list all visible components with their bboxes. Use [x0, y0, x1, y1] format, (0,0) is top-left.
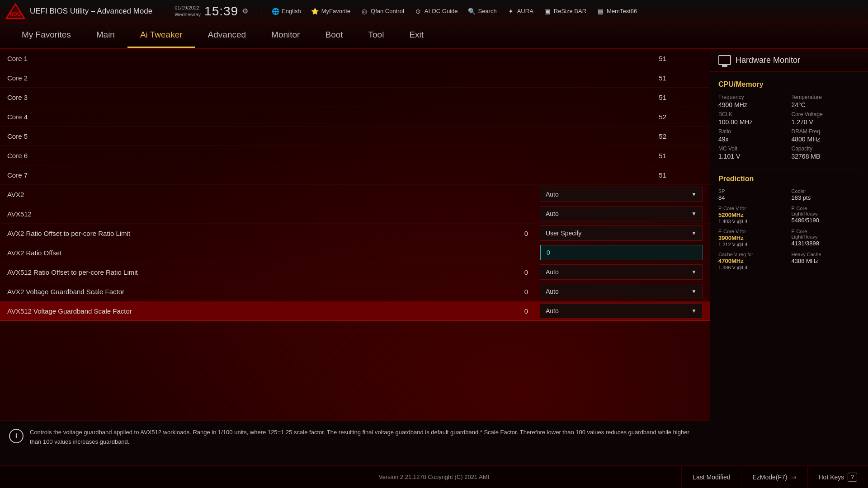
bottom-actions: Last Modified EzMode(F7) ⇒ Hot Keys ?: [681, 466, 868, 488]
sp-value: 84: [718, 194, 787, 201]
table-row: AVX512 Ratio Offset to per-core Ratio Li…: [0, 263, 710, 282]
topbar-memtest[interactable]: ▤ MemTest86: [593, 5, 641, 17]
ecore-v-value: 1.212 V @L4: [718, 242, 787, 247]
bottom-bar: Version 2.21.1278 Copyright (C) 2021 AMI…: [0, 465, 868, 488]
avx2-ratio-offset-input[interactable]: 0: [540, 245, 703, 260]
avx512-ratio-per-control: Auto ▼: [540, 264, 703, 280]
bclk-metric: BCLK 100.00 MHz: [718, 111, 787, 126]
avx2-dropdown[interactable]: Auto ▼: [540, 187, 703, 202]
row-label: Core 1: [7, 55, 659, 62]
row-num-value: 0: [513, 268, 540, 276]
sidebar-header: Hardware Monitor: [710, 49, 868, 72]
topbar-resizebar[interactable]: ▣ ReSize BAR: [540, 5, 590, 17]
cache-v-label: Cache V req for: [718, 252, 787, 257]
bios-title: UEFI BIOS Utility – Advanced Mode: [30, 7, 152, 16]
topbar-myfavorite[interactable]: ⭐ MyFavorite: [307, 5, 354, 17]
row-num-value: 0: [513, 307, 540, 315]
avx2-control: Auto ▼: [540, 187, 703, 202]
avx2-ratio-per-dropdown[interactable]: User Specify ▼: [540, 225, 703, 241]
row-label: Core 3: [7, 94, 659, 101]
date-text: 01/19/2022Wednesday: [175, 5, 201, 18]
avx2-volt-guard-control: Auto ▼: [540, 284, 703, 299]
nav-favorites[interactable]: My Favorites: [9, 23, 84, 48]
core-value: 51: [659, 171, 703, 179]
dram-freq-value: 4800 MHz: [792, 136, 860, 143]
last-modified-action[interactable]: Last Modified: [681, 466, 741, 488]
avx2-ratio-per-control: User Specify ▼: [540, 225, 703, 241]
avx512-dropdown[interactable]: Auto ▼: [540, 206, 703, 221]
cache-v-cell: Cache V req for 4700MHz 1.386 V @L4: [718, 252, 787, 270]
nav-monitor[interactable]: Monitor: [259, 23, 312, 48]
row-num-value: 0: [513, 230, 540, 237]
avx2-dropdown-value: Auto: [546, 191, 559, 198]
main-content: Core 1 51 Core 2 51 Core 3 51 Core 4 52 …: [0, 49, 868, 465]
settings-gear-icon[interactable]: ⚙: [242, 7, 248, 15]
avx2-volt-guard-dropdown[interactable]: Auto ▼: [540, 284, 703, 299]
prediction-cache: Cache V req for 4700MHz 1.386 V @L4 Heav…: [718, 252, 860, 270]
topbar-english[interactable]: 🌐 English: [268, 5, 305, 17]
resizebar-icon: ▣: [543, 7, 552, 15]
topbar-aioc[interactable]: ⊙ AI OC Guide: [410, 5, 462, 17]
topbar-items: 🌐 English ⭐ MyFavorite ◎ Qfan Control ⊙ …: [268, 5, 863, 17]
table-row: AVX512 Auto ▼: [0, 204, 710, 224]
avx512-dropdown-value: Auto: [546, 210, 559, 217]
ecore-v-freq: 3900MHz: [718, 235, 787, 241]
topbar-qfan[interactable]: ◎ Qfan Control: [357, 5, 408, 17]
prediction-ecore: E-Core V for 3900MHz 1.212 V @L4 E-CoreL…: [718, 229, 860, 247]
chevron-down-icon: ▼: [691, 269, 697, 275]
ratio-metric: Ratio 49x: [718, 128, 787, 143]
star-icon: ⭐: [311, 7, 319, 15]
ezmode-action[interactable]: EzMode(F7) ⇒: [741, 466, 807, 488]
table-row: Core 4 52: [0, 107, 710, 127]
pcore-v-label: P-Core V for: [718, 206, 787, 211]
capacity-metric: Capacity 32768 MB: [792, 145, 860, 160]
chevron-down-icon: ▼: [691, 230, 697, 236]
topbar-aura[interactable]: ✦ AURA: [503, 5, 537, 17]
table-row: Core 1 51: [0, 49, 710, 68]
core-value: 51: [659, 55, 703, 62]
globe-icon: 🌐: [271, 7, 279, 15]
avx512-volt-guard-dropdown[interactable]: Auto ▼: [540, 303, 703, 319]
datetime-area: 01/19/2022Wednesday 15:39 ⚙: [175, 4, 248, 19]
top-bar: ROG UEFI BIOS Utility – Advanced Mode 01…: [0, 0, 868, 23]
temperature-metric: Temperature 24°C: [792, 94, 860, 108]
nav-boot[interactable]: Boot: [312, 23, 355, 48]
cooler-value: 183 pts: [792, 194, 860, 201]
row-label: AVX2 Ratio Offset: [7, 249, 540, 257]
chevron-down-icon: ▼: [691, 211, 697, 217]
topbar-qfan-label: Qfan Control: [371, 8, 404, 14]
nav-exit[interactable]: Exit: [396, 23, 436, 48]
core-value: 52: [659, 132, 703, 140]
nav-tool[interactable]: Tool: [356, 23, 397, 48]
avx512-ratio-per-dropdown[interactable]: Auto ▼: [540, 264, 703, 280]
pcore-heavy-val: 5486/5190: [792, 217, 860, 224]
version-text: Version 2.21.1278 Copyright (C) 2021 AMI: [379, 474, 489, 480]
bios-table-scroll[interactable]: Core 1 51 Core 2 51 Core 3 51 Core 4 52 …: [0, 49, 710, 420]
row-label: AVX2 Ratio Offset to per-core Ratio Limi…: [7, 230, 513, 237]
topbar-search-label: Search: [478, 8, 496, 14]
avx2-ratio-per-dropdown-value: User Specify: [546, 230, 581, 237]
row-label: Core 4: [7, 113, 659, 121]
topbar-search[interactable]: 🔍 Search: [464, 5, 500, 17]
avx2-ratio-offset-value: 0: [547, 249, 550, 256]
aura-icon: ✦: [507, 7, 515, 15]
nav-aitweaker[interactable]: Ai Tweaker: [127, 23, 195, 48]
frequency-label: Frequency: [718, 94, 787, 100]
bclk-value: 100.00 MHz: [718, 118, 787, 126]
info-text: Controls the voltage guardband applied t…: [30, 428, 701, 447]
nav-main[interactable]: Main: [84, 23, 127, 48]
frequency-value: 4900 MHz: [718, 101, 787, 108]
row-label: AVX512 Ratio Offset to per-core Ratio Li…: [7, 268, 513, 276]
table-row: AVX2 Auto ▼: [0, 185, 710, 204]
hotkeys-action[interactable]: Hot Keys ?: [807, 466, 868, 488]
hotkeys-label: Hot Keys: [819, 474, 844, 481]
pcore-light-label: P-CoreLight/Heavy: [792, 206, 860, 216]
topbar-resizebar-label: ReSize BAR: [554, 8, 586, 14]
time-display: 15:39: [204, 4, 238, 19]
row-label: Core 7: [7, 171, 659, 179]
nav-advanced[interactable]: Advanced: [195, 23, 259, 48]
cache-freq: 4700MHz: [718, 258, 787, 264]
prediction-sp-cooler: SP 84 Cooler 183 pts: [718, 188, 860, 201]
table-row-selected[interactable]: AVX512 Voltage Guardband Scale Factor 0 …: [0, 301, 710, 321]
ecore-heavy-val: 4131/3898: [792, 240, 860, 247]
